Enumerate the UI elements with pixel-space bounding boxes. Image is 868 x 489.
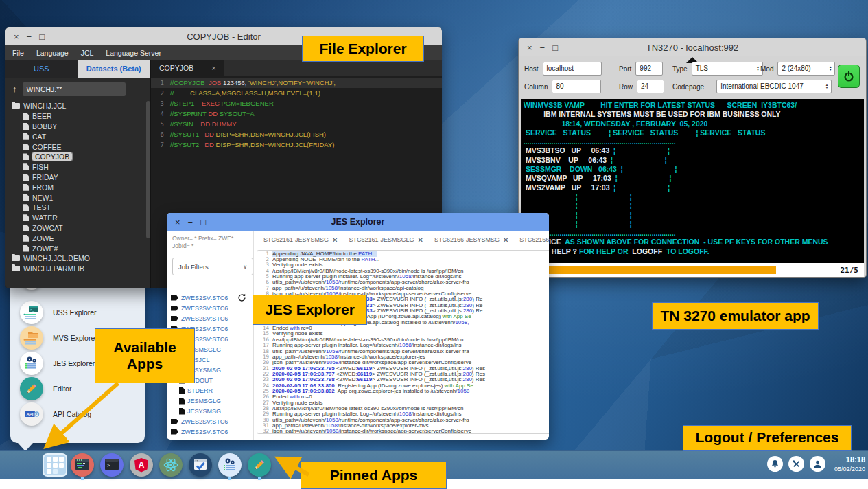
code-line[interactable]: 3//STEP1 EXEC PGM=IEBGENER (151, 98, 442, 109)
tree-item[interactable]: BOBBY (5, 122, 145, 132)
code-line[interactable]: 2// CLASS=A,MSGCLASS=H,MSGLEVEL=(1,1) (151, 88, 442, 98)
menu-item-jcl[interactable]: JCL (81, 49, 94, 57)
code-line[interactable]: 6//SYSUT1 DD DISP=SHR,DSN=WINCHJ.JCL(FIS… (151, 129, 442, 139)
power-button[interactable] (838, 65, 860, 88)
menu-item-language[interactable]: Language (36, 49, 69, 57)
codepage-select[interactable]: International EBCDIC 1047 ▲▼ (716, 80, 832, 93)
tab-uss[interactable]: USS (5, 60, 78, 78)
check-window-icon[interactable] (189, 453, 212, 477)
output-tab[interactable]: STC62161-JESYSMSG✕ (263, 236, 338, 244)
tree-item[interactable]: ZOWE# (5, 243, 145, 253)
tree-item[interactable]: FRIDAY (5, 172, 145, 183)
tree-item-label: WATER (32, 214, 58, 222)
menu-item-file[interactable]: File (12, 49, 24, 57)
tree-item[interactable]: COPYJOB (5, 152, 145, 162)
stepper-icon[interactable]: ▲▼ (823, 84, 831, 90)
tab-datasets-beta-[interactable]: Datasets (Beta) (78, 60, 151, 78)
bell-icon[interactable] (767, 456, 783, 472)
tree-item[interactable]: FISH (5, 162, 145, 172)
column-input[interactable]: 80 (552, 80, 601, 93)
launcher-app-label: API Catalog (53, 410, 91, 418)
code-line[interactable]: 5//SYSIN DD DUMMY (151, 119, 442, 129)
log-line[interactable]: 32json_path=/u/stevenh/1058/instance-dir… (257, 429, 549, 434)
react-icon[interactable] (159, 453, 183, 477)
spool-file-item[interactable]: JESMSGLG (171, 396, 252, 406)
angular-icon[interactable]: A (130, 453, 153, 477)
launcher-app-jes-explorer[interactable]: JES Explorer (20, 352, 95, 375)
code-editor[interactable]: 1//COPYJOB JOB 123456, 'WINCHJ',NOTIFY='… (151, 76, 442, 150)
spool-file-item[interactable]: STDERR (171, 385, 252, 396)
menu-item-language-server[interactable]: Language Server (106, 49, 161, 57)
tree-item[interactable]: ZOWE (5, 233, 145, 243)
tree-item[interactable]: NEW1 (5, 192, 145, 203)
line-text: // CLASS=A,MSGCLASS=H,MSGLEVEL=(1,1) (170, 89, 320, 97)
tree-item[interactable]: COFFEE (5, 141, 145, 152)
code-line[interactable]: 7//SYSUT2 DD DISP=SHR,DSN=WINCHJ.JCL(FRI… (151, 139, 442, 150)
tree-item[interactable]: TEST (5, 203, 145, 213)
launcher-app-editor[interactable]: Editor (20, 377, 71, 400)
output-tab-label: STC62166-JESM (519, 236, 549, 243)
editor-sidebar: USSDatasets (Beta) ↑ WINCHJ.** WINCHJ.JC… (5, 60, 151, 288)
tn3270-terminal-screen[interactable]: WINMVS3B VAMP HIT ENTER FOR LATEST STATU… (521, 99, 864, 264)
job-icon (171, 306, 178, 311)
tools-icon[interactable] (788, 456, 804, 472)
document-icon (23, 184, 29, 191)
launcher-app-api-catalog[interactable]: APIAPI Catalog (20, 402, 91, 426)
jes-explorer-window: × − □ JES Explorer Owner= * Prefix= ZWE*… (167, 213, 549, 440)
refresh-icon[interactable] (237, 293, 246, 302)
row-input[interactable]: 24 (637, 80, 664, 93)
gears-doc-icon[interactable] (218, 453, 242, 477)
tree-item[interactable]: WINCHJ.JCL (5, 101, 145, 111)
terminal-icon[interactable]: >_ (100, 453, 124, 477)
type-select[interactable]: TLS ▲▼ (692, 62, 763, 76)
close-icon[interactable]: ✕ (417, 236, 423, 244)
tree-item[interactable]: WINCHJ.PARMLIB (5, 264, 145, 274)
running-indicator (258, 477, 261, 480)
job-item[interactable]: ZWESECUR:JOI (171, 437, 252, 440)
stepper-icon[interactable]: ▲▼ (826, 66, 834, 72)
host-input[interactable]: localhost (543, 62, 602, 76)
job-item[interactable]: ZWES2SV:STC6 (171, 293, 252, 303)
output-tab[interactable]: STC62161-JESMSGLG✕ (349, 236, 423, 244)
terminal-line: ¦ ¦ (524, 201, 861, 210)
job-item[interactable]: ZWES2SV:STC6 (171, 416, 252, 427)
job-item[interactable]: ZWES2SV:STC6 (171, 303, 252, 313)
user-icon[interactable] (810, 456, 825, 472)
port-input[interactable]: 992 (635, 62, 663, 76)
tree-item[interactable]: CAT (5, 131, 145, 141)
output-tab[interactable]: STC62166-JESYSMSG✕ (434, 236, 508, 244)
document-icon (23, 113, 29, 120)
launcher-app-mvs-explorer[interactable]: MVS Explorer (20, 326, 97, 350)
output-tab[interactable]: STC62166-JESM✕ (519, 236, 549, 244)
tree-item[interactable]: WATER (5, 213, 145, 223)
tree-item[interactable]: ZOWCAT (5, 223, 145, 234)
job-output-log[interactable]: 1Appending JAVA_HOME/bin to the PATH...2… (257, 250, 549, 434)
tree-scrollbar[interactable] (146, 101, 150, 238)
close-icon[interactable]: ✕ (332, 236, 338, 244)
job-filters-dropdown[interactable]: Job Filters ∨ (172, 258, 253, 275)
up-arrow-icon[interactable]: ↑ (12, 84, 17, 94)
spool-file-item[interactable]: JESYSMSG (171, 406, 252, 416)
dataset-filter-input[interactable]: WINCHJ.** (23, 82, 126, 96)
tree-item[interactable]: FROM (5, 182, 145, 192)
app-grid-launcher-button[interactable] (43, 453, 67, 477)
editor-tab-copyjob[interactable]: COPYJOB × (151, 60, 224, 76)
tree-item[interactable]: BEER (5, 111, 145, 122)
tree-item[interactable]: WINCHJ.JCL.DEMO (5, 253, 145, 264)
close-icon[interactable]: × (211, 64, 215, 72)
svg-text:A: A (139, 460, 145, 470)
document-icon (23, 245, 29, 252)
close-icon[interactable]: ✕ (503, 236, 508, 244)
job-icon (171, 295, 178, 301)
job-item-label: ZWES2SV:STC6 (181, 418, 228, 425)
job-item[interactable]: ZWES2SV:STC6 (171, 427, 252, 437)
code-line[interactable]: 4//SYSPRINT DD SYSOUT=A (151, 109, 442, 119)
mod-select[interactable]: 2 (24x80) ▲▼ (777, 62, 835, 76)
code-window-icon[interactable] (71, 453, 94, 477)
code-line[interactable]: 1//COPYJOB JOB 123456, 'WINCHJ',NOTIFY='… (151, 78, 442, 88)
launcher-app-uss-explorer[interactable]: >_USS Explorer (20, 301, 97, 324)
document-icon (23, 144, 29, 150)
editor-icon[interactable] (248, 453, 271, 477)
job-item[interactable]: ZWES2SV:STC6 (171, 313, 252, 323)
line-number: 3 (151, 100, 170, 107)
